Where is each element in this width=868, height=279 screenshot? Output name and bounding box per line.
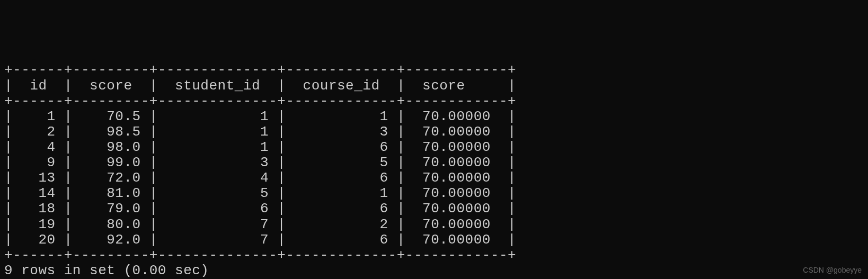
table-border-bottom: +------+---------+--------------+-------… — [4, 247, 516, 263]
table-border-mid: +------+---------+--------------+-------… — [4, 93, 516, 109]
table-row: | 18 | 79.0 | 6 | 6 | 70.00000 | — [4, 201, 516, 217]
table-header-row: | id | score | student_id | course_id | … — [4, 78, 516, 94]
table-row: | 2 | 98.5 | 1 | 3 | 70.00000 | — [4, 124, 516, 140]
table-row: | 13 | 72.0 | 4 | 6 | 70.00000 | — [4, 170, 516, 186]
table-row: | 14 | 81.0 | 5 | 1 | 70.00000 | — [4, 185, 516, 201]
table-row: | 9 | 99.0 | 3 | 5 | 70.00000 | — [4, 155, 516, 170]
table-row: | 19 | 80.0 | 7 | 2 | 70.00000 | — [4, 217, 516, 232]
status-line: 9 rows in set (0.00 sec) — [4, 263, 209, 278]
watermark: CSDN @gobeyye — [803, 266, 862, 275]
table-row: | 1 | 70.5 | 1 | 1 | 70.00000 | — [4, 109, 516, 124]
table-row: | 4 | 98.0 | 1 | 6 | 70.00000 | — [4, 139, 516, 155]
table-border-top: +------+---------+--------------+-------… — [4, 62, 516, 78]
terminal-output: +------+---------+--------------+-------… — [4, 62, 864, 278]
table-row: | 20 | 92.0 | 7 | 6 | 70.00000 | — [4, 232, 516, 248]
